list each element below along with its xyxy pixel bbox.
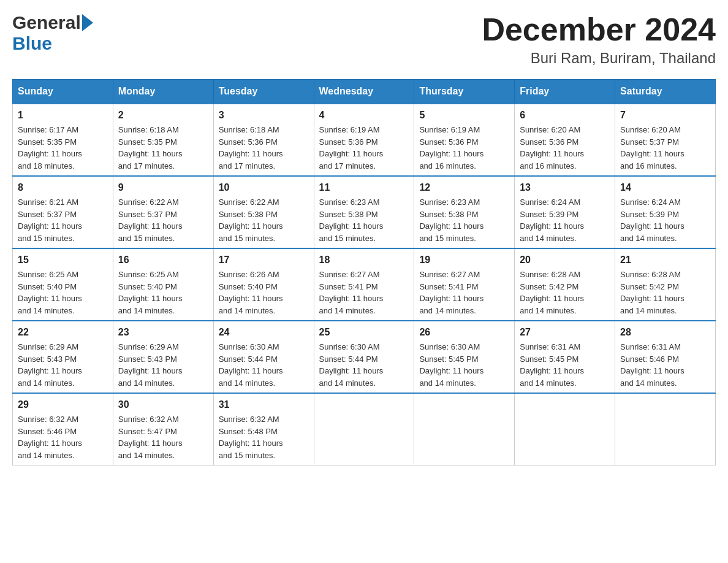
- day-info: Sunrise: 6:24 AMSunset: 5:39 PMDaylight:…: [620, 196, 710, 244]
- calendar-day-cell: 28Sunrise: 6:31 AMSunset: 5:46 PMDayligh…: [615, 321, 716, 393]
- calendar-day-cell: 31Sunrise: 6:32 AMSunset: 5:48 PMDayligh…: [213, 393, 314, 465]
- day-number: 15: [18, 253, 108, 267]
- day-number: 5: [419, 108, 509, 123]
- calendar-day-cell: 4Sunrise: 6:19 AMSunset: 5:36 PMDaylight…: [314, 104, 414, 176]
- day-info: Sunrise: 6:22 AMSunset: 5:37 PMDaylight:…: [118, 196, 208, 244]
- day-number: 7: [620, 108, 710, 123]
- calendar-day-cell: 11Sunrise: 6:23 AMSunset: 5:38 PMDayligh…: [314, 176, 414, 248]
- day-number: 17: [219, 253, 309, 267]
- weekday-header-row: SundayMondayTuesdayWednesdayThursdayFrid…: [13, 80, 716, 104]
- location-text: Buri Ram, Buriram, Thailand: [482, 50, 716, 67]
- calendar-day-cell: 21Sunrise: 6:28 AMSunset: 5:42 PMDayligh…: [615, 248, 716, 321]
- day-info: Sunrise: 6:27 AMSunset: 5:41 PMDaylight:…: [419, 269, 509, 316]
- weekday-header-monday: Monday: [113, 80, 213, 104]
- day-info: Sunrise: 6:21 AMSunset: 5:37 PMDaylight:…: [18, 196, 108, 244]
- calendar-day-cell: 8Sunrise: 6:21 AMSunset: 5:37 PMDaylight…: [13, 176, 113, 248]
- day-info: Sunrise: 6:30 AMSunset: 5:44 PMDaylight:…: [219, 341, 309, 389]
- calendar-day-cell: 6Sunrise: 6:20 AMSunset: 5:36 PMDaylight…: [515, 104, 615, 176]
- calendar-day-cell: 1Sunrise: 6:17 AMSunset: 5:35 PMDaylight…: [13, 104, 113, 176]
- month-title: December 2024: [482, 12, 716, 47]
- day-info: Sunrise: 6:27 AMSunset: 5:41 PMDaylight:…: [319, 269, 409, 316]
- day-info: Sunrise: 6:31 AMSunset: 5:46 PMDaylight:…: [620, 341, 710, 389]
- day-number: 12: [419, 180, 509, 195]
- calendar-week-row: 8Sunrise: 6:21 AMSunset: 5:37 PMDaylight…: [13, 176, 716, 248]
- day-number: 14: [620, 180, 710, 195]
- day-number: 22: [18, 325, 108, 340]
- calendar-day-cell: 14Sunrise: 6:24 AMSunset: 5:39 PMDayligh…: [615, 176, 716, 248]
- weekday-header-saturday: Saturday: [615, 80, 716, 104]
- calendar-week-row: 15Sunrise: 6:25 AMSunset: 5:40 PMDayligh…: [13, 248, 716, 321]
- calendar-day-cell: 29Sunrise: 6:32 AMSunset: 5:46 PMDayligh…: [13, 393, 113, 465]
- day-info: Sunrise: 6:30 AMSunset: 5:45 PMDaylight:…: [419, 341, 509, 389]
- calendar-empty-cell: [615, 393, 716, 465]
- calendar-week-row: 1Sunrise: 6:17 AMSunset: 5:35 PMDaylight…: [13, 104, 716, 176]
- day-number: 24: [219, 325, 309, 340]
- day-info: Sunrise: 6:29 AMSunset: 5:43 PMDaylight:…: [18, 341, 108, 389]
- day-info: Sunrise: 6:28 AMSunset: 5:42 PMDaylight:…: [520, 269, 610, 316]
- day-info: Sunrise: 6:17 AMSunset: 5:35 PMDaylight:…: [18, 124, 108, 172]
- day-number: 23: [118, 325, 208, 340]
- day-info: Sunrise: 6:22 AMSunset: 5:38 PMDaylight:…: [219, 196, 309, 244]
- calendar-day-cell: 5Sunrise: 6:19 AMSunset: 5:36 PMDaylight…: [414, 104, 515, 176]
- weekday-header-friday: Friday: [515, 80, 615, 104]
- day-info: Sunrise: 6:26 AMSunset: 5:40 PMDaylight:…: [219, 269, 309, 316]
- calendar-week-row: 29Sunrise: 6:32 AMSunset: 5:46 PMDayligh…: [13, 393, 716, 465]
- day-number: 16: [118, 253, 208, 267]
- day-info: Sunrise: 6:23 AMSunset: 5:38 PMDaylight:…: [319, 196, 409, 244]
- calendar-empty-cell: [515, 393, 615, 465]
- day-number: 30: [118, 397, 208, 412]
- logo-general-text: General: [12, 12, 81, 33]
- calendar-day-cell: 22Sunrise: 6:29 AMSunset: 5:43 PMDayligh…: [13, 321, 113, 393]
- calendar-day-cell: 9Sunrise: 6:22 AMSunset: 5:37 PMDaylight…: [113, 176, 213, 248]
- page-header: General Blue December 2024 Buri Ram, Bur…: [12, 12, 716, 67]
- logo: General Blue: [12, 12, 93, 54]
- day-number: 13: [520, 180, 610, 195]
- day-number: 2: [118, 108, 208, 123]
- weekday-header-wednesday: Wednesday: [314, 80, 414, 104]
- calendar-day-cell: 3Sunrise: 6:18 AMSunset: 5:36 PMDaylight…: [213, 104, 314, 176]
- calendar-day-cell: 20Sunrise: 6:28 AMSunset: 5:42 PMDayligh…: [515, 248, 615, 321]
- day-info: Sunrise: 6:23 AMSunset: 5:38 PMDaylight:…: [419, 196, 509, 244]
- calendar-day-cell: 19Sunrise: 6:27 AMSunset: 5:41 PMDayligh…: [414, 248, 515, 321]
- calendar-week-row: 22Sunrise: 6:29 AMSunset: 5:43 PMDayligh…: [13, 321, 716, 393]
- calendar-day-cell: 10Sunrise: 6:22 AMSunset: 5:38 PMDayligh…: [213, 176, 314, 248]
- calendar-day-cell: 16Sunrise: 6:25 AMSunset: 5:40 PMDayligh…: [113, 248, 213, 321]
- day-number: 26: [419, 325, 509, 340]
- day-info: Sunrise: 6:18 AMSunset: 5:36 PMDaylight:…: [219, 124, 309, 172]
- day-number: 10: [219, 180, 309, 195]
- calendar-empty-cell: [314, 393, 414, 465]
- logo-blue-text: Blue: [12, 33, 52, 54]
- day-number: 29: [18, 397, 108, 412]
- day-info: Sunrise: 6:18 AMSunset: 5:35 PMDaylight:…: [118, 124, 208, 172]
- title-section: December 2024 Buri Ram, Buriram, Thailan…: [482, 12, 716, 67]
- day-info: Sunrise: 6:24 AMSunset: 5:39 PMDaylight:…: [520, 196, 610, 244]
- day-number: 18: [319, 253, 409, 267]
- day-info: Sunrise: 6:30 AMSunset: 5:44 PMDaylight:…: [319, 341, 409, 389]
- weekday-header-tuesday: Tuesday: [213, 80, 314, 104]
- day-number: 19: [419, 253, 509, 267]
- calendar-day-cell: 30Sunrise: 6:32 AMSunset: 5:47 PMDayligh…: [113, 393, 213, 465]
- day-number: 25: [319, 325, 409, 340]
- day-info: Sunrise: 6:20 AMSunset: 5:37 PMDaylight:…: [620, 124, 710, 172]
- calendar-empty-cell: [414, 393, 515, 465]
- weekday-header-thursday: Thursday: [414, 80, 515, 104]
- calendar-day-cell: 18Sunrise: 6:27 AMSunset: 5:41 PMDayligh…: [314, 248, 414, 321]
- day-number: 20: [520, 253, 610, 267]
- calendar-day-cell: 23Sunrise: 6:29 AMSunset: 5:43 PMDayligh…: [113, 321, 213, 393]
- day-number: 3: [219, 108, 309, 123]
- day-info: Sunrise: 6:25 AMSunset: 5:40 PMDaylight:…: [18, 269, 108, 316]
- calendar-table: SundayMondayTuesdayWednesdayThursdayFrid…: [12, 79, 716, 465]
- calendar-day-cell: 25Sunrise: 6:30 AMSunset: 5:44 PMDayligh…: [314, 321, 414, 393]
- day-number: 9: [118, 180, 208, 195]
- calendar-day-cell: 2Sunrise: 6:18 AMSunset: 5:35 PMDaylight…: [113, 104, 213, 176]
- day-number: 11: [319, 180, 409, 195]
- calendar-day-cell: 13Sunrise: 6:24 AMSunset: 5:39 PMDayligh…: [515, 176, 615, 248]
- day-number: 6: [520, 108, 610, 123]
- day-number: 28: [620, 325, 710, 340]
- calendar-day-cell: 24Sunrise: 6:30 AMSunset: 5:44 PMDayligh…: [213, 321, 314, 393]
- day-number: 27: [520, 325, 610, 340]
- day-number: 8: [18, 180, 108, 195]
- calendar-day-cell: 17Sunrise: 6:26 AMSunset: 5:40 PMDayligh…: [213, 248, 314, 321]
- logo-arrow-icon: [82, 14, 93, 31]
- calendar-day-cell: 12Sunrise: 6:23 AMSunset: 5:38 PMDayligh…: [414, 176, 515, 248]
